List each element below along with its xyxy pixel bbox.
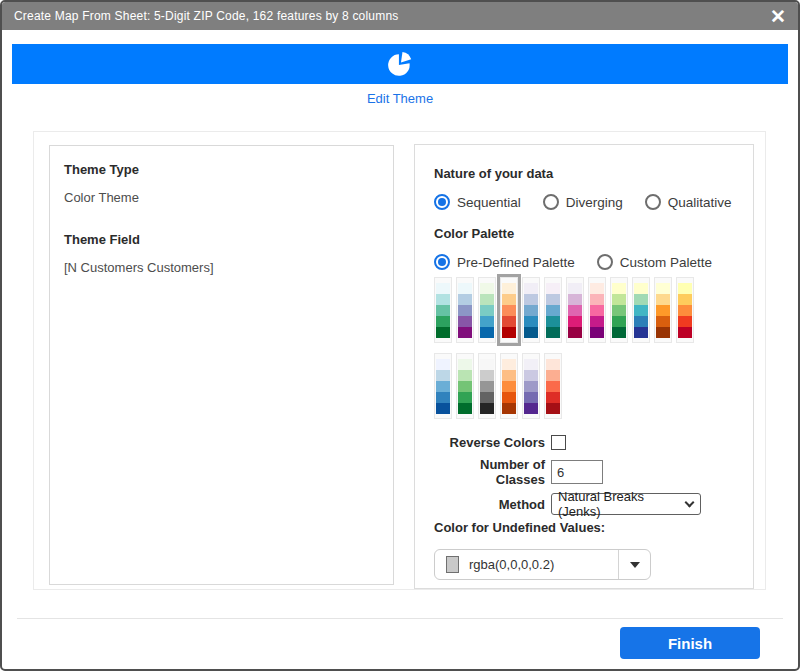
reverse-colors-checkbox[interactable] <box>551 435 566 450</box>
method-select[interactable]: Natural Breaks (Jenks) <box>551 493 701 515</box>
palette-color-segment <box>436 316 450 327</box>
radio-sequential[interactable]: Sequential <box>434 194 521 210</box>
radio-label: Qualitative <box>668 195 732 210</box>
palette-color-segment <box>678 305 692 316</box>
radio-icon <box>597 254 613 270</box>
undefined-color-value: rgba(0,0,0,0.2) <box>469 557 618 572</box>
palette-color-segment <box>546 305 560 316</box>
palette-BuGn[interactable] <box>434 277 452 343</box>
undefined-color-dropdown[interactable]: rgba(0,0,0,0.2) <box>434 549 651 580</box>
undefined-color-swatch <box>446 556 459 573</box>
palette-color-segment <box>458 283 472 294</box>
palette-color-segment <box>546 359 560 370</box>
palette-Oranges[interactable] <box>500 353 518 419</box>
palette-color-segment <box>458 294 472 305</box>
radio-diverging[interactable]: Diverging <box>543 194 623 210</box>
palette-color-segment <box>546 392 560 403</box>
theme-field-label: Theme Field <box>64 232 379 247</box>
palette-color-segment <box>480 381 494 392</box>
palette-YlOrRd[interactable] <box>676 277 694 343</box>
theme-field-value: [N Customers Customers] <box>64 260 379 275</box>
dropdown-arrow-button[interactable] <box>619 550 650 579</box>
palette-color-segment <box>656 294 670 305</box>
palette-color-segment <box>634 283 648 294</box>
palette-color-segment <box>634 327 648 338</box>
palette-color-segment <box>678 327 692 338</box>
palette-color-segment <box>546 403 560 414</box>
edit-theme-link[interactable]: Edit Theme <box>367 91 433 106</box>
edit-theme-row: Edit Theme <box>2 91 798 106</box>
number-of-classes-input[interactable] <box>551 460 603 484</box>
palette-color-segment <box>436 294 450 305</box>
palette-color-segment <box>458 316 472 327</box>
palette-color-segment <box>546 283 560 294</box>
palette-PuBuGn[interactable] <box>544 277 562 343</box>
palette-color-segment <box>480 316 494 327</box>
close-icon[interactable]: ✕ <box>770 7 786 26</box>
palette-RdPu[interactable] <box>588 277 606 343</box>
palette-PuRd[interactable] <box>566 277 584 343</box>
palette-color-segment <box>436 283 450 294</box>
palette-color-segment <box>524 381 538 392</box>
reverse-colors-row: Reverse Colors <box>434 435 753 450</box>
palette-color-segment <box>524 392 538 403</box>
palette-color-segment <box>524 316 538 327</box>
palette-color-segment <box>656 283 670 294</box>
radio-qualitative[interactable]: Qualitative <box>645 194 732 210</box>
palette-color-segment <box>546 327 560 338</box>
palette-Purples[interactable] <box>522 353 540 419</box>
radio-label: Pre-Defined Palette <box>457 255 575 270</box>
palette-color-segment <box>568 283 582 294</box>
palette-color-segment <box>502 392 516 403</box>
palette-color-segment <box>524 305 538 316</box>
palette-Greens[interactable] <box>456 353 474 419</box>
palette-color-segment <box>436 359 450 370</box>
palette-color-segment <box>480 294 494 305</box>
palette-color-segment <box>568 305 582 316</box>
palette-OrRd[interactable] <box>500 277 518 343</box>
palette-color-segment <box>458 392 472 403</box>
palette-color-segment <box>502 403 516 414</box>
palette-Reds[interactable] <box>544 353 562 419</box>
palette-color-segment <box>458 370 472 381</box>
palette-color-segment <box>634 316 648 327</box>
palette-color-segment <box>480 305 494 316</box>
palette-YlOrBr[interactable] <box>654 277 672 343</box>
radio-icon <box>645 194 661 210</box>
palette-color-segment <box>502 294 516 305</box>
palette-color-segment <box>612 283 626 294</box>
palette-type-radio-group: Pre-Defined PaletteCustom Palette <box>434 254 753 270</box>
radio-pre-defined-palette[interactable]: Pre-Defined Palette <box>434 254 575 270</box>
radio-custom-palette[interactable]: Custom Palette <box>597 254 712 270</box>
palette-color-segment <box>436 327 450 338</box>
create-map-dialog: Create Map From Sheet: 5-Digit ZIP Code,… <box>0 0 800 671</box>
palette-color-segment <box>524 283 538 294</box>
palette-color-segment <box>546 370 560 381</box>
palette-PuBu[interactable] <box>522 277 540 343</box>
palette-color-segment <box>524 294 538 305</box>
palette-color-segment <box>612 316 626 327</box>
finish-button[interactable]: Finish <box>620 627 760 659</box>
palette-color-segment <box>590 316 604 327</box>
palette-YlGnBu[interactable] <box>632 277 650 343</box>
palette-color-segment <box>502 370 516 381</box>
palette-Greys[interactable] <box>478 353 496 419</box>
chevron-down-icon <box>685 497 695 507</box>
method-row: Method Natural Breaks (Jenks) <box>434 493 753 515</box>
palette-color-segment <box>612 327 626 338</box>
palette-BuPu[interactable] <box>456 277 474 343</box>
palette-color-segment <box>502 359 516 370</box>
palette-color-segment <box>678 316 692 327</box>
nature-radio-group: SequentialDivergingQualitative <box>434 194 753 210</box>
dialog-title: Create Map From Sheet: 5-Digit ZIP Code,… <box>14 9 770 23</box>
theme-options-box: Nature of your data SequentialDivergingQ… <box>414 144 754 589</box>
palette-color-segment <box>568 327 582 338</box>
palette-color-segment <box>590 283 604 294</box>
palette-Blues[interactable] <box>434 353 452 419</box>
palette-color-segment <box>546 294 560 305</box>
palette-color-segment <box>502 283 516 294</box>
palette-GnBu[interactable] <box>478 277 496 343</box>
palette-color-segment <box>502 305 516 316</box>
palette-YlGn[interactable] <box>610 277 628 343</box>
palette-color-segment <box>612 294 626 305</box>
